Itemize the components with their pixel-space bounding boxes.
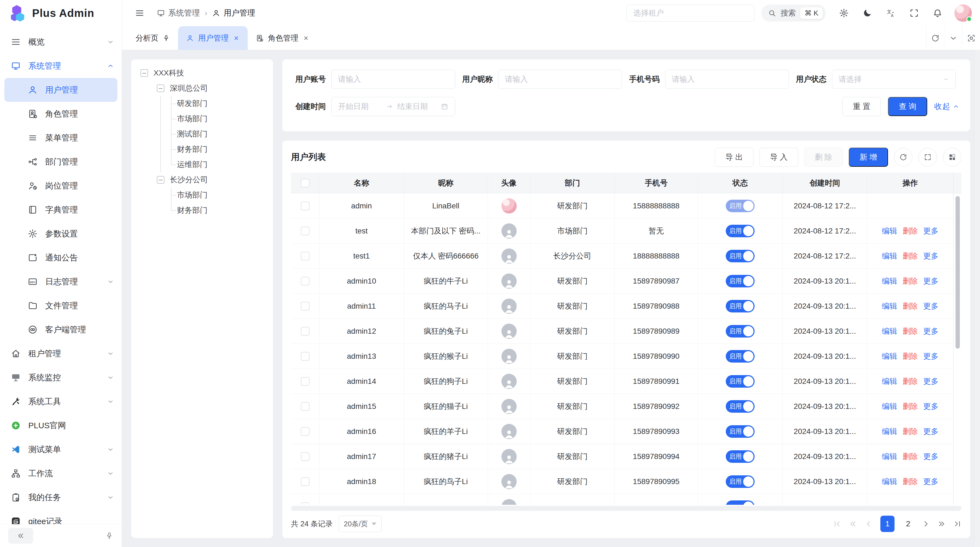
action-link[interactable]: 删除: [903, 301, 918, 311]
vertical-scrollbar-thumb[interactable]: [956, 196, 960, 349]
sidebar-item-20[interactable]: gitee记录: [0, 509, 122, 524]
row-checkbox[interactable]: [301, 452, 310, 461]
date-range-input[interactable]: 开始日期 结束日期: [331, 97, 455, 116]
status-toggle[interactable]: 启用: [726, 250, 755, 262]
reset-button[interactable]: 重置: [842, 97, 881, 116]
status-toggle[interactable]: 启用: [726, 300, 755, 313]
sidebar-pin-icon[interactable]: [105, 532, 113, 540]
status-toggle[interactable]: 启用: [726, 425, 755, 438]
sidebar-item-9[interactable]: 通知公告: [0, 246, 122, 270]
select-all-checkbox[interactable]: [301, 179, 310, 187]
action-link[interactable]: 更多: [923, 251, 939, 261]
action-link[interactable]: 更多: [923, 477, 939, 487]
action-link[interactable]: 更多: [923, 351, 939, 362]
sidebar-item-11[interactable]: 文件管理: [0, 293, 122, 317]
table-button-0[interactable]: 导出: [715, 148, 754, 167]
sidebar-item-1[interactable]: 系统管理: [0, 54, 122, 78]
action-link[interactable]: 更多: [923, 301, 939, 311]
hamburger-menu-icon[interactable]: [135, 8, 144, 18]
sidebar-item-3[interactable]: 角色管理: [0, 102, 122, 126]
breadcrumb-item-1[interactable]: 用户管理: [212, 8, 255, 19]
status-toggle[interactable]: 启用: [726, 275, 755, 287]
tree-node-6[interactable]: 运维部门: [135, 157, 269, 172]
tab-0[interactable]: 分析页: [127, 26, 178, 50]
action-link[interactable]: 编辑: [882, 326, 897, 336]
action-link[interactable]: 删除: [903, 276, 918, 286]
sidebar-item-7[interactable]: 字典管理: [0, 198, 122, 222]
row-checkbox[interactable]: [301, 477, 310, 486]
sidebar-item-14[interactable]: 系统监控: [0, 365, 122, 389]
row-checkbox[interactable]: [301, 202, 310, 210]
status-toggle[interactable]: 启用: [726, 200, 755, 212]
sidebar-item-4[interactable]: 菜单管理: [0, 126, 122, 150]
table-button-1[interactable]: 导入: [759, 148, 798, 167]
columns-settings-icon-button[interactable]: [943, 148, 961, 166]
row-checkbox[interactable]: [301, 402, 310, 411]
action-link[interactable]: 编辑: [882, 351, 897, 362]
action-link[interactable]: 更多: [923, 376, 939, 386]
tree-node-9[interactable]: 财务部门: [135, 203, 269, 218]
sidebar-item-2[interactable]: 用户管理: [4, 78, 117, 102]
prev-page-button[interactable]: [865, 520, 873, 528]
action-link[interactable]: 删除: [903, 376, 918, 386]
first-page-button[interactable]: [833, 520, 841, 528]
status-toggle[interactable]: [726, 501, 755, 505]
action-link[interactable]: 编辑: [882, 401, 897, 411]
sidebar-item-0[interactable]: 概览: [0, 30, 122, 54]
status-toggle[interactable]: 启用: [726, 225, 755, 237]
tree-node-5[interactable]: 财务部门: [135, 142, 269, 157]
action-link[interactable]: 更多: [923, 401, 939, 411]
action-link[interactable]: 删除: [903, 351, 918, 362]
tree-node-4[interactable]: 测试部门: [135, 126, 269, 142]
page-size-select[interactable]: 20条/页: [339, 516, 382, 532]
tree-collapse-icon[interactable]: [157, 176, 164, 183]
action-link[interactable]: 更多: [923, 226, 939, 236]
filter-text-input[interactable]: 请输入: [331, 70, 455, 89]
sidebar-item-15[interactable]: 系统工具: [0, 389, 122, 413]
status-toggle[interactable]: 启用: [726, 450, 755, 463]
tree-node-0[interactable]: XXX科技: [135, 65, 269, 81]
row-checkbox[interactable]: [301, 226, 310, 235]
page-number-2[interactable]: 2: [902, 516, 914, 532]
status-toggle[interactable]: 启用: [726, 375, 755, 388]
tab-menu-button[interactable]: [944, 26, 962, 50]
sidebar-item-10[interactable]: DEV日志管理: [0, 270, 122, 293]
action-link[interactable]: 更多: [923, 276, 939, 286]
row-checkbox[interactable]: [301, 352, 310, 361]
sidebar-item-16[interactable]: PLUS官网: [0, 413, 122, 437]
action-link[interactable]: 删除: [903, 226, 918, 236]
user-avatar[interactable]: [955, 4, 972, 22]
row-checkbox[interactable]: [301, 377, 310, 386]
translate-icon[interactable]: 文A: [886, 8, 896, 18]
sidebar-item-8[interactable]: 参数设置: [0, 222, 122, 246]
sidebar-item-6[interactable]: 岗位管理: [0, 174, 122, 198]
tree-node-3[interactable]: 市场部门: [135, 111, 269, 126]
sidebar-item-17[interactable]: 测试菜单: [0, 437, 122, 461]
row-checkbox[interactable]: [301, 327, 310, 336]
tree-node-7[interactable]: 长沙分公司: [135, 172, 269, 187]
sidebar-item-5[interactable]: 部门管理: [0, 150, 122, 174]
tab-2[interactable]: 角色管理: [248, 26, 317, 50]
action-link[interactable]: 编辑: [882, 276, 897, 286]
row-checkbox[interactable]: [301, 302, 310, 311]
next-page-button[interactable]: [922, 520, 930, 528]
tree-collapse-icon[interactable]: [140, 69, 148, 77]
row-checkbox[interactable]: [301, 277, 310, 285]
status-select[interactable]: 请选择: [832, 70, 956, 89]
content-fullscreen-button[interactable]: [962, 26, 980, 50]
pin-icon[interactable]: [163, 35, 170, 41]
tree-collapse-icon[interactable]: [157, 85, 164, 92]
tree-node-1[interactable]: 深圳总公司: [135, 81, 269, 96]
bell-icon[interactable]: [932, 8, 942, 18]
action-link[interactable]: 更多: [923, 451, 939, 462]
tree-node-2[interactable]: 研发部门: [135, 96, 269, 111]
next-group-button[interactable]: [937, 520, 946, 528]
expand-icon-button[interactable]: [918, 148, 937, 166]
action-link[interactable]: 删除: [903, 401, 918, 411]
close-icon[interactable]: [303, 35, 309, 41]
action-link[interactable]: 编辑: [882, 251, 897, 261]
action-link[interactable]: 删除: [903, 451, 918, 462]
action-link[interactable]: 删除: [903, 326, 918, 336]
action-link[interactable]: 删除: [903, 251, 918, 261]
sidebar-item-18[interactable]: 工作流: [0, 461, 122, 485]
